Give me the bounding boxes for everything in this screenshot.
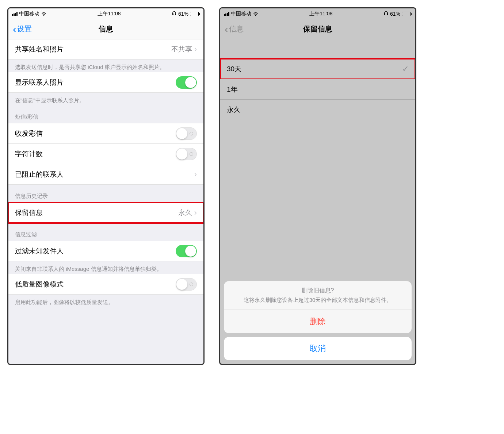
toggle-filter-unknown[interactable] — [176, 245, 197, 257]
back-label: 设置 — [17, 24, 32, 34]
row-keep-messages[interactable]: 保留信息 永久 › — [8, 203, 203, 223]
header-filter: 信息过滤 — [8, 223, 203, 241]
back-button[interactable]: ‹ 信息 — [225, 24, 244, 35]
phone-left: 中国移动 上午11:08 61% ‹ 设置 信息 共享姓名和照片 不共享 › 选… — [7, 7, 205, 365]
back-button[interactable]: ‹ 设置 — [13, 24, 32, 35]
cell-label: 共享姓名和照片 — [15, 45, 171, 54]
toggle-char-count[interactable] — [176, 148, 197, 160]
cell-label: 已阻止的联系人 — [15, 170, 194, 179]
sheet-message: 这将永久删除您设备上超过30天的全部文本信息和信息附件。 — [233, 296, 403, 304]
wifi-icon — [253, 11, 259, 17]
battery-icon — [190, 12, 200, 16]
footer-show-contact: 在"信息"中显示联系人照片。 — [8, 93, 203, 105]
row-mms[interactable]: 收发彩信 — [8, 123, 203, 144]
cell-label: 过滤未知发件人 — [15, 246, 176, 256]
cancel-button[interactable]: 取消 — [224, 337, 412, 360]
row-share-name-photo[interactable]: 共享姓名和照片 不共享 › — [8, 39, 203, 59]
sheet-header: 删除旧信息? 这将永久删除您设备上超过30天的全部文本信息和信息附件。 — [224, 281, 412, 310]
time-label: 上午11:08 — [259, 11, 383, 17]
sheet-group: 删除旧信息? 这将永久删除您设备上超过30天的全部文本信息和信息附件。 删除 — [224, 281, 412, 333]
battery-pct: 61% — [178, 11, 188, 17]
option-label: 永久 — [227, 105, 409, 115]
battery-pct: 61% — [390, 11, 400, 17]
time-label: 上午11:08 — [47, 11, 172, 17]
chevron-left-icon: ‹ — [13, 24, 16, 35]
cell-label: 收发彩信 — [15, 129, 176, 138]
toggle-show-contact-photo[interactable] — [176, 76, 197, 89]
signal-icon — [224, 12, 229, 16]
row-show-contact-photo[interactable]: 显示联系人照片 — [8, 72, 203, 93]
delete-button[interactable]: 删除 — [224, 310, 412, 333]
sheet-title: 删除旧信息? — [233, 287, 403, 295]
chevron-left-icon: ‹ — [225, 24, 228, 35]
header-history: 信息历史记录 — [8, 185, 203, 203]
cell-value: 永久 — [178, 208, 192, 218]
page-title: 保留信息 — [303, 24, 332, 34]
wifi-icon — [41, 11, 47, 17]
footer-share-name: 选取发送信息时，是否共享您 iCloud 帐户显示的姓名和照片。 — [8, 59, 203, 72]
battery-icon — [402, 12, 412, 16]
cell-label: 低质量图像模式 — [15, 280, 176, 289]
chevron-right-icon: › — [194, 170, 197, 179]
spacer — [220, 39, 415, 59]
carrier-label: 中国移动 — [19, 11, 39, 17]
option-label: 30天 — [227, 64, 402, 74]
back-label: 信息 — [229, 24, 244, 34]
chevron-right-icon: › — [194, 45, 197, 54]
checkmark-icon: ✓ — [402, 64, 409, 74]
row-blocked-contacts[interactable]: 已阻止的联系人 › — [8, 164, 203, 185]
cell-label: 保留信息 — [15, 208, 178, 218]
nav-bar: ‹ 信息 保留信息 — [220, 19, 415, 39]
phone-right: 中国移动 上午11:08 61% ‹ 信息 保留信息 30天 ✓ 1年 永久 — [219, 7, 416, 365]
header-sms: 短信/彩信 — [8, 105, 203, 123]
headphone-icon — [172, 11, 177, 17]
settings-list[interactable]: 共享姓名和照片 不共享 › 选取发送信息时，是否共享您 iCloud 帐户显示的… — [8, 39, 203, 364]
page-title: 信息 — [99, 24, 113, 34]
cell-label: 字符计数 — [15, 149, 176, 159]
toggle-mms[interactable] — [176, 127, 197, 140]
cell-value: 不共享 — [171, 45, 192, 54]
signal-icon — [12, 12, 18, 16]
status-bar: 中国移动 上午11:08 61% — [8, 8, 203, 19]
row-char-count[interactable]: 字符计数 — [8, 144, 203, 164]
chevron-right-icon: › — [194, 208, 197, 218]
option-30-days[interactable]: 30天 ✓ — [220, 59, 415, 79]
footer-filter-unknown: 关闭来自非联系人的 iMessage 信息通知并将信息单独归类。 — [8, 261, 203, 274]
option-forever[interactable]: 永久 — [220, 100, 415, 120]
toggle-low-quality[interactable] — [176, 278, 197, 291]
row-filter-unknown[interactable]: 过滤未知发件人 — [8, 241, 203, 261]
action-sheet: 删除旧信息? 这将永久删除您设备上超过30天的全部文本信息和信息附件。 删除 取… — [224, 281, 412, 360]
headphone-icon — [383, 11, 389, 17]
nav-bar: ‹ 设置 信息 — [8, 19, 203, 39]
option-label: 1年 — [227, 85, 409, 94]
row-low-quality-image[interactable]: 低质量图像模式 — [8, 274, 203, 295]
cell-label: 显示联系人照片 — [15, 78, 176, 87]
footer-low-quality: 启用此功能后，图像将以较低质量发送。 — [8, 295, 203, 307]
status-bar: 中国移动 上午11:08 61% — [220, 8, 415, 19]
option-1-year[interactable]: 1年 — [220, 79, 415, 100]
carrier-label: 中国移动 — [231, 11, 251, 17]
